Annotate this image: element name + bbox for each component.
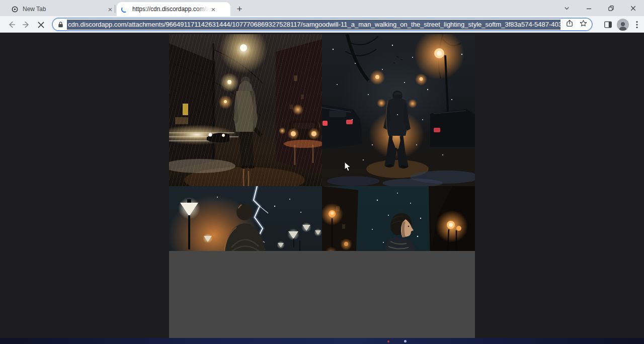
globe-icon bbox=[11, 6, 19, 13]
page-viewport bbox=[0, 33, 644, 338]
title-fade bbox=[196, 6, 209, 13]
taskbar-dot-blue bbox=[404, 340, 407, 342]
forward-arrow-icon[interactable] bbox=[21, 19, 32, 30]
window-titlebar: New Tab × https://cdn.discordapp.com/att… bbox=[0, 0, 644, 16]
tab-close-icon[interactable]: × bbox=[209, 5, 218, 14]
window-close-icon[interactable] bbox=[622, 0, 644, 16]
stop-x-icon[interactable] bbox=[35, 19, 46, 30]
tab-new-tab[interactable]: New Tab × bbox=[6, 2, 115, 16]
restore-icon[interactable] bbox=[600, 0, 622, 16]
back-arrow-icon[interactable] bbox=[6, 19, 17, 30]
browser-toolbar: cdn.discordapp.com/attachments/966491171… bbox=[0, 16, 644, 33]
side-panel-icon[interactable] bbox=[603, 20, 613, 29]
minimize-icon[interactable] bbox=[578, 0, 600, 16]
new-tab-button[interactable]: + bbox=[233, 3, 246, 15]
mouse-cursor bbox=[344, 161, 351, 172]
tab-search-chevron-down-icon[interactable] bbox=[555, 0, 578, 16]
profile-avatar[interactable] bbox=[617, 19, 629, 31]
three-dot-menu-icon[interactable] bbox=[633, 20, 641, 29]
lock-icon[interactable] bbox=[57, 21, 64, 28]
tab-separator bbox=[115, 5, 115, 13]
image-loading-placeholder bbox=[169, 251, 475, 338]
generated-image-top-left bbox=[169, 34, 322, 186]
share-icon[interactable] bbox=[566, 19, 574, 30]
loading-spinner-icon bbox=[121, 6, 128, 13]
url-selected-text[interactable]: cdn.discordapp.com/attachments/966491171… bbox=[67, 20, 560, 30]
taskbar-edge[interactable] bbox=[0, 338, 644, 344]
tab-title: New Tab bbox=[23, 6, 106, 13]
attachment-image[interactable] bbox=[169, 34, 475, 338]
url-bar[interactable]: cdn.discordapp.com/attachments/966491171… bbox=[52, 18, 593, 31]
star-icon[interactable] bbox=[579, 19, 588, 30]
tab-discord-cdn[interactable]: https://cdn.discordapp.com/atta × bbox=[117, 2, 230, 16]
taskbar-dot-red bbox=[387, 340, 389, 342]
tab-close-icon[interactable]: × bbox=[106, 5, 115, 14]
